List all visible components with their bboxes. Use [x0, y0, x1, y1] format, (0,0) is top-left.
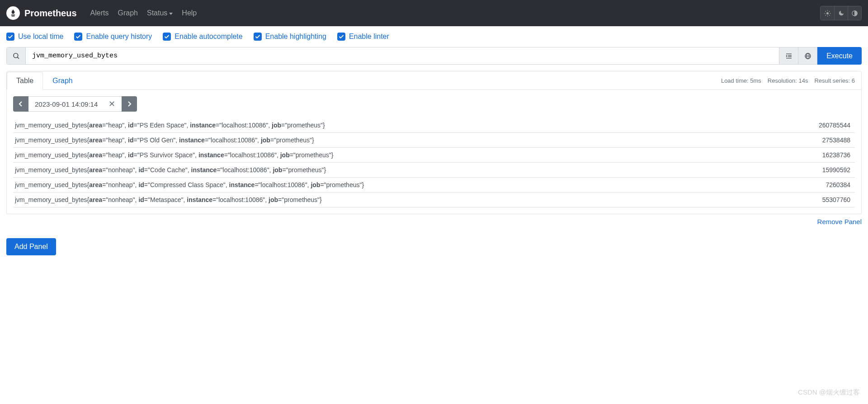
value-cell: 55307760: [773, 193, 855, 207]
sun-icon: [824, 10, 831, 17]
remove-panel-row: Remove Panel: [6, 214, 862, 225]
option-local-time[interactable]: Use local time: [6, 33, 63, 41]
panel: Table Graph Load time: 5ms Resolution: 1…: [6, 71, 862, 214]
metric-cell: jvm_memory_used_bytes{area="nonheap", id…: [13, 163, 773, 178]
prometheus-logo-icon: [6, 6, 20, 20]
contrast-icon: [851, 10, 858, 17]
option-label: Enable query history: [86, 33, 152, 41]
execute-button[interactable]: Execute: [817, 47, 862, 65]
theme-controls: [820, 6, 862, 20]
navbar: Prometheus Alerts Graph Status Help: [0, 0, 868, 26]
indent-icon: [785, 52, 793, 60]
stat-resolution: Resolution: 14s: [768, 77, 808, 84]
time-value: 2023-09-01 14:09:14: [35, 100, 98, 108]
nav-help[interactable]: Help: [177, 9, 201, 17]
option-linter[interactable]: Enable linter: [337, 33, 389, 41]
query-row: Execute: [6, 47, 862, 65]
time-prev-button[interactable]: [13, 96, 28, 112]
option-autocomplete[interactable]: Enable autocomplete: [163, 33, 242, 41]
value-cell: 15990592: [773, 163, 855, 178]
svg-point-0: [826, 12, 829, 14]
panel-stats: Load time: 5ms Resolution: 14s Result se…: [721, 77, 861, 84]
options-row: Use local time Enable query history Enab…: [6, 33, 862, 47]
checkbox-icon: [163, 33, 171, 41]
option-label: Enable highlighting: [265, 33, 326, 41]
time-next-button[interactable]: [122, 96, 137, 112]
table-row: jvm_memory_used_bytes{area="nonheap", id…: [13, 163, 855, 178]
nav-status-label: Status: [147, 9, 167, 17]
caret-down-icon: [169, 13, 173, 15]
metric-cell: jvm_memory_used_bytes{area="heap", id="P…: [13, 133, 773, 148]
value-cell: 27538488: [773, 133, 855, 148]
moon-icon: [838, 10, 844, 16]
metric-cell: jvm_memory_used_bytes{area="heap", id="P…: [13, 148, 773, 163]
panel-header: Table Graph Load time: 5ms Resolution: 1…: [7, 71, 861, 90]
nav-status[interactable]: Status: [142, 9, 177, 17]
table-row: jvm_memory_used_bytes{area="nonheap", id…: [13, 178, 855, 193]
globe-icon: [804, 52, 811, 60]
checkbox-icon: [74, 33, 82, 41]
add-panel-button[interactable]: Add Panel: [6, 238, 56, 255]
option-label: Enable linter: [349, 33, 389, 41]
tabs: Table Graph: [7, 71, 82, 89]
time-display[interactable]: 2023-09-01 14:09:14 ✕: [28, 96, 122, 112]
table-row: jvm_memory_used_bytes{area="heap", id="P…: [13, 133, 855, 148]
svg-line-3: [17, 57, 19, 59]
tab-graph[interactable]: Graph: [43, 72, 82, 90]
brand-label: Prometheus: [24, 8, 77, 19]
metric-cell: jvm_memory_used_bytes{area="nonheap", id…: [13, 193, 773, 207]
option-highlighting[interactable]: Enable highlighting: [254, 33, 326, 41]
stat-series: Result series: 6: [814, 77, 855, 84]
main-content: Use local time Enable query history Enab…: [0, 26, 868, 262]
theme-dark-button[interactable]: [834, 6, 848, 20]
option-history[interactable]: Enable query history: [74, 33, 152, 41]
brand[interactable]: Prometheus: [6, 6, 77, 20]
table-row: jvm_memory_used_bytes{area="heap", id="P…: [13, 148, 855, 163]
checkbox-icon: [337, 33, 345, 41]
remove-panel-link[interactable]: Remove Panel: [817, 218, 862, 225]
theme-light-button[interactable]: [821, 6, 834, 20]
nav-graph[interactable]: Graph: [113, 9, 142, 17]
chevron-left-icon: [19, 101, 23, 107]
chevron-right-icon: [127, 101, 132, 107]
value-cell: 260785544: [773, 118, 855, 133]
query-input[interactable]: [26, 47, 779, 64]
option-label: Enable autocomplete: [175, 33, 242, 41]
panel-body: 2023-09-01 14:09:14 ✕ jvm_memory_used_by…: [7, 90, 861, 214]
tab-table[interactable]: Table: [7, 72, 43, 90]
table-row: jvm_memory_used_bytes{area="heap", id="P…: [13, 118, 855, 133]
checkbox-icon: [6, 33, 14, 41]
result-table: jvm_memory_used_bytes{area="heap", id="P…: [13, 118, 855, 207]
globe-button[interactable]: [798, 47, 817, 65]
theme-auto-button[interactable]: [848, 6, 861, 20]
checkbox-icon: [254, 33, 262, 41]
metric-cell: jvm_memory_used_bytes{area="heap", id="P…: [13, 118, 773, 133]
time-controls: 2023-09-01 14:09:14 ✕: [13, 96, 855, 112]
stat-load-time: Load time: 5ms: [721, 77, 761, 84]
value-cell: 16238736: [773, 148, 855, 163]
option-label: Use local time: [18, 33, 63, 41]
table-row: jvm_memory_used_bytes{area="nonheap", id…: [13, 193, 855, 207]
nav-alerts[interactable]: Alerts: [86, 9, 113, 17]
metric-cell: jvm_memory_used_bytes{area="nonheap", id…: [13, 178, 773, 193]
svg-point-2: [14, 53, 18, 58]
query-box: [6, 47, 779, 65]
search-icon: [7, 47, 26, 64]
value-cell: 7260384: [773, 178, 855, 193]
format-query-button[interactable]: [779, 47, 798, 65]
close-icon[interactable]: ✕: [108, 99, 115, 109]
